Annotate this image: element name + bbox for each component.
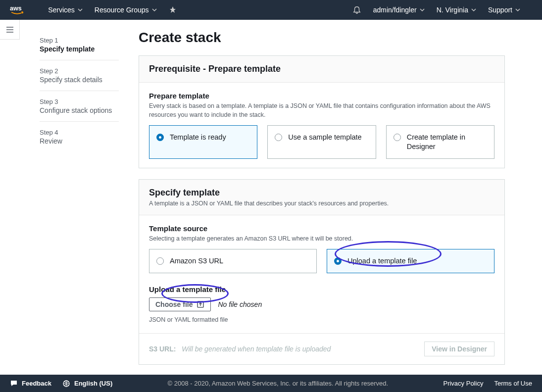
panel-specify-sub: A template is a JSON or YAML file that d…: [149, 200, 494, 207]
upload-file-label: Upload a template file: [149, 285, 494, 294]
step-2[interactable]: Step 2 Specify stack details: [40, 63, 119, 91]
chevron-down-icon: [420, 6, 425, 14]
nav-region-label: N. Virginia: [437, 6, 468, 14]
panel-specify-heading: Specify template: [149, 188, 494, 198]
step-title: Specify stack details: [40, 76, 119, 84]
language-label: English (US): [74, 380, 112, 387]
step-label: Step 3: [40, 98, 119, 105]
step-title: Configure stack options: [40, 106, 119, 114]
radio-icon: [156, 257, 164, 265]
privacy-link[interactable]: Privacy Policy: [443, 380, 483, 387]
chevron-down-icon: [152, 6, 157, 14]
svg-text:aws: aws: [10, 5, 22, 12]
file-format-hint: JSON or YAML formatted file: [149, 316, 494, 323]
step-label: Step 1: [40, 37, 119, 44]
option-sample-template[interactable]: Use a sample template: [267, 125, 376, 159]
no-file-text: No file chosen: [218, 300, 262, 308]
step-label: Step 4: [40, 129, 119, 136]
chevron-down-icon: [515, 6, 520, 14]
option-label: Use a sample template: [288, 133, 361, 142]
step-3[interactable]: Step 3 Configure stack options: [40, 94, 119, 122]
footer: Feedback English (US) © 2008 - 2020, Ama…: [0, 375, 542, 392]
option-upload-file[interactable]: Upload a template file: [327, 249, 494, 273]
step-title: Specify template: [40, 45, 119, 53]
language-selector[interactable]: English (US): [62, 380, 112, 388]
step-title: Review: [40, 137, 119, 145]
page-title: Create stack: [139, 30, 505, 46]
chevron-down-icon: [78, 6, 83, 14]
prepare-template-label: Prepare template: [149, 92, 494, 100]
radio-icon: [334, 257, 342, 265]
choose-file-button[interactable]: Choose file: [149, 297, 211, 311]
s3-url-value: Will be generated when template file is …: [182, 345, 331, 353]
nav-services-label: Services: [48, 6, 75, 14]
main-content: Create stack Prerequisite - Prepare temp…: [129, 20, 525, 375]
option-label: Amazon S3 URL: [170, 256, 223, 266]
step-1[interactable]: Step 1 Specify template: [40, 33, 119, 60]
nav-region[interactable]: N. Virginia: [437, 6, 476, 14]
feedback-link[interactable]: Feedback: [10, 380, 51, 388]
option-label: Upload a template file: [347, 256, 417, 266]
nav-services[interactable]: Services: [48, 6, 83, 14]
radio-icon: [275, 134, 282, 141]
nav-resource-groups[interactable]: Resource Groups: [95, 6, 157, 14]
s3-url-row: S3 URL: Will be generated when template …: [139, 333, 504, 364]
nav-support-label: Support: [488, 6, 512, 14]
page-body: Step 1 Specify template Step 2 Specify s…: [0, 20, 542, 375]
notifications-icon[interactable]: [352, 5, 361, 14]
upload-icon: [197, 300, 204, 308]
wizard-steps: Step 1 Specify template Step 2 Specify s…: [20, 20, 129, 375]
option-s3-url[interactable]: Amazon S3 URL: [149, 249, 317, 273]
globe-icon: [62, 380, 70, 388]
panel-specify-template: Specify template A template is a JSON or…: [139, 179, 505, 365]
speech-bubble-icon: [10, 380, 18, 388]
top-nav: aws Services Resource Groups admin/fding…: [0, 0, 542, 20]
panel-prerequisite: Prerequisite - Prepare template Prepare …: [139, 55, 505, 168]
hamburger-icon[interactable]: [0, 20, 20, 40]
nav-support[interactable]: Support: [488, 6, 520, 14]
option-label: Template is ready: [170, 133, 226, 142]
step-label: Step 2: [40, 67, 119, 75]
s3-url-label: S3 URL:: [149, 345, 176, 353]
view-in-designer-button[interactable]: View in Designer: [424, 342, 494, 356]
chevron-down-icon: [471, 6, 476, 14]
nav-resource-groups-label: Resource Groups: [95, 6, 149, 14]
option-template-ready[interactable]: Template is ready: [149, 125, 257, 159]
panel-prerequisite-heading: Prerequisite - Prepare template: [149, 64, 494, 74]
terms-link[interactable]: Terms of Use: [494, 380, 532, 387]
radio-icon: [394, 134, 401, 141]
template-source-label: Template source: [149, 224, 494, 233]
option-create-designer[interactable]: Create template in Designer: [386, 125, 494, 159]
feedback-label: Feedback: [22, 380, 51, 387]
option-label: Create template in Designer: [407, 133, 487, 151]
copyright-text: © 2008 - 2020, Amazon Web Services, Inc.…: [168, 380, 389, 387]
aws-logo[interactable]: aws: [10, 4, 33, 15]
choose-file-label: Choose file: [155, 300, 193, 308]
radio-icon: [156, 134, 164, 141]
template-source-desc: Selecting a template generates an Amazon…: [149, 235, 494, 244]
nav-user[interactable]: admin/fdingler: [373, 6, 425, 14]
pin-icon[interactable]: [169, 6, 177, 14]
step-4[interactable]: Step 4 Review: [40, 125, 119, 152]
nav-user-label: admin/fdingler: [373, 6, 417, 14]
prepare-template-desc: Every stack is based on a template. A te…: [149, 102, 494, 119]
